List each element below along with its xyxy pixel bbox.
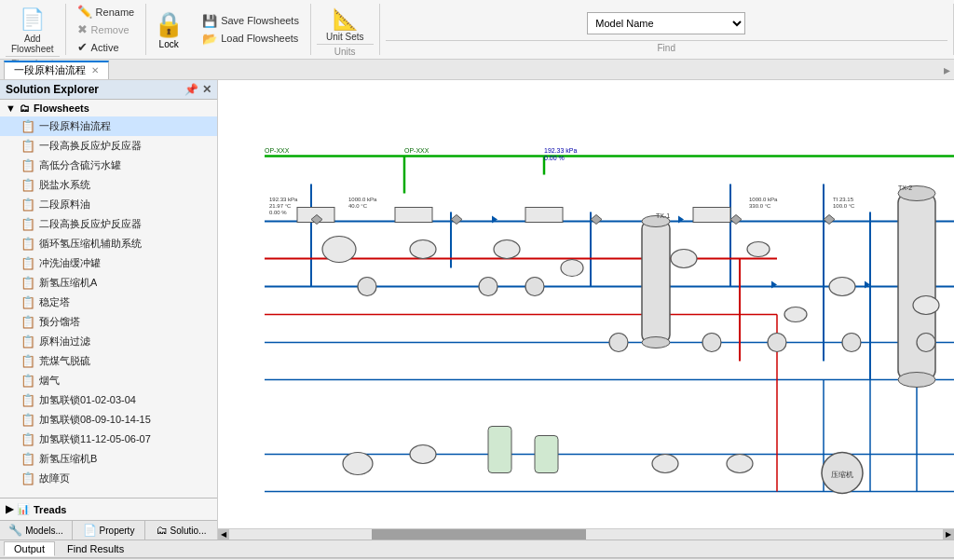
svg-text:TI 23.15: TI 23.15 [833,197,854,202]
lock-button[interactable]: 🔒 Lock [146,4,191,55]
save-flowsheets-button[interactable]: 💾 Save Flowsheets [198,13,303,29]
scroll-thumb[interactable] [372,529,586,540]
sidebar-footer: 🔧 Models... 📄 Property 🗂 Solutio... [0,520,217,540]
add-flowsheet-label: Add Flowsheet [11,34,54,54]
svg-text:192.33 kPa: 192.33 kPa [544,147,578,154]
active-button[interactable]: ✔ Active [74,39,139,55]
sidebar-item-label-17: 新氢压缩机B [39,452,97,466]
save-icon: 💾 [202,14,217,28]
svg-point-44 [842,334,861,352]
svg-text:OP-XXX: OP-XXX [404,147,429,154]
flowsheets-label: Flowsheets [34,102,89,114]
sidebar-item-label-7: 冲洗油缓冲罐 [39,256,101,270]
unit-sets-icon: 📐 [333,7,358,32]
tab-arrow-icon[interactable]: ▸ [944,62,950,77]
svg-point-52 [343,453,373,475]
svg-point-38 [358,278,376,296]
item-icon-1: 📋 [20,139,35,153]
sidebar-item-1[interactable]: 📋 一段高换反应炉反应器 [0,136,217,156]
sidebar-item-11[interactable]: 📋 原料油过滤 [0,332,217,351]
sidebar-item-9[interactable]: 📋 稳定塔 [0,293,217,312]
sidebar-item-12[interactable]: 📋 荒煤气脱硫 [0,351,217,371]
svg-point-55 [727,455,753,473]
scroll-left-btn[interactable]: ◀ [218,529,229,540]
sidebar-item-16[interactable]: 📋 加氢联锁11-12-05-06-07 [0,430,217,449]
item-icon-6: 📋 [20,237,35,251]
property-icon: 📄 [83,524,97,537]
load-flowsheets-label: Load Flowsheets [221,33,298,44]
svg-text:21.97 °C: 21.97 °C [269,203,292,209]
find-select[interactable]: Model Name [587,12,745,34]
sidebar-footer-tab-models[interactable]: 🔧 Models... [0,521,73,540]
svg-point-28 [898,373,935,388]
svg-text:192.33 kPa: 192.33 kPa [269,197,298,202]
item-icon-3: 📋 [20,178,35,192]
sidebar-item-label-6: 循环氢压缩机辅助系统 [39,237,142,251]
scroll-track[interactable] [229,529,943,540]
bottom-tab-output[interactable]: Output [4,541,55,556]
sidebar-header-icons: 📌 ✕ [184,83,211,96]
item-icon-2: 📋 [20,158,35,172]
svg-text:0.00 %: 0.00 % [544,155,565,161]
scroll-right-btn[interactable]: ▶ [943,529,954,540]
flowsheet-file-row: 💾 Save Flowsheets 📂 Load Flowsheets [198,13,303,47]
sidebar-item-10[interactable]: 📋 预分馏塔 [0,312,217,332]
find-group: Model Name Find [380,4,955,55]
sidebar-pin-icon[interactable]: 📌 [184,83,198,96]
sidebar-section-flowsheets[interactable]: ▼ 🗂 Flowsheets [0,100,217,116]
svg-point-36 [829,278,855,296]
item-icon-16: 📋 [20,432,35,446]
rename-group: ✏️ Rename ✖ Remove ✔ Active [66,4,147,55]
sidebar-item-4[interactable]: 📋 二段原料油 [0,195,217,214]
sidebar-item-17[interactable]: 📋 新氢压缩机B [0,449,217,469]
sidebar-footer-tab-property[interactable]: 📄 Property [73,521,145,540]
svg-point-32 [561,260,583,277]
sidebar-item-label-16: 加氢联锁11-12-05-06-07 [39,432,151,446]
sidebar-item-14[interactable]: 📋 加氢联锁01-02-03-04 [0,390,217,410]
remove-label: Remove [91,24,129,35]
sidebar-footer-tab-solution[interactable]: 🗂 Solutio... [145,521,217,540]
svg-point-30 [410,240,436,259]
svg-text:TX-2: TX-2 [898,184,912,191]
sidebar-item-8[interactable]: 📋 新氢压缩机A [0,273,217,293]
item-icon-11: 📋 [20,335,35,348]
tab-bar: 一段原料油流程 ✕ ▸ [0,60,954,80]
svg-text:压缩机: 压缩机 [831,471,853,479]
sidebar-item-18[interactable]: 📋 故障页 [0,469,217,488]
lock-icon: 🔒 [154,10,184,39]
tab-yiduan[interactable]: 一段原料油流程 ✕ [4,61,109,79]
sidebar-item-3[interactable]: 📋 脱盐水系统 [0,175,217,195]
sidebar-item-13[interactable]: 📋 烟气 [0,371,217,390]
tab-close-icon[interactable]: ✕ [91,65,99,75]
bottom-tab-find-results[interactable]: Find Results [57,541,134,556]
sidebar-item-15[interactable]: 📋 加氢联锁08-09-10-14-15 [0,410,217,430]
find-results-tab-label: Find Results [67,543,124,554]
item-icon-0: 📋 [20,119,35,133]
sidebar-item-label-8: 新氢压缩机A [39,276,97,290]
unit-sets-button[interactable]: 📐 Unit Sets [317,6,374,44]
lock-label: Lock [159,39,179,49]
treads-section: ▶ 📊 Treads [0,498,217,520]
add-flowsheet-button[interactable]: 📄 Add Flowsheet [6,6,60,56]
treads-header[interactable]: ▶ 📊 Treads [0,500,217,518]
output-tab-label: Output [14,543,45,554]
add-flowsheet-icon: 📄 [20,7,45,32]
svg-text:0.00 %: 0.00 % [269,210,287,215]
canvas-area[interactable]: 压缩机 OP-XXX OP-XXX 192.33 kPa 0.00 % TX-1… [218,80,954,540]
svg-text:1000.0 kPa: 1000.0 kPa [348,197,377,202]
sidebar-item-2[interactable]: 📋 高低分含硫污水罐 [0,156,217,175]
horizontal-scrollbar[interactable]: ◀ ▶ [218,528,954,540]
load-flowsheets-button[interactable]: 📂 Load Flowsheets [198,31,303,47]
sidebar-close-icon[interactable]: ✕ [202,83,211,96]
item-icon-4: 📋 [20,198,35,212]
sidebar-item-label-9: 稳定塔 [39,295,70,309]
remove-button[interactable]: ✖ Remove [74,21,139,37]
svg-rect-47 [395,208,432,223]
models-label: Models... [25,526,63,536]
sidebar-item-7[interactable]: 📋 冲洗油缓冲罐 [0,253,217,273]
sidebar-item-6[interactable]: 📋 循环氢压缩机辅助系统 [0,234,217,253]
svg-point-45 [917,334,935,352]
rename-button[interactable]: ✏️ Rename [74,4,139,20]
sidebar-item-0[interactable]: 📋 一段原料油流程 [0,116,217,136]
sidebar-item-5[interactable]: 📋 二段高换反应炉反应器 [0,214,217,234]
